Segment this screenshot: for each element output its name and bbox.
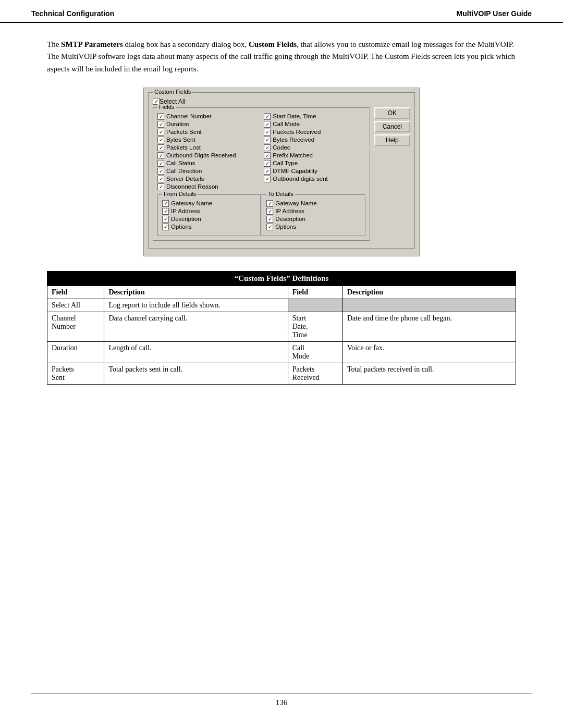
- field-item-packets-sent: Packets Sent: [157, 129, 259, 135]
- label-codec: Codec: [273, 144, 290, 151]
- checkbox-packets-lost[interactable]: [157, 144, 164, 151]
- label-call-direction: Call Direction: [166, 168, 202, 174]
- table-container: “Custom Fields” Definitions Field Descri…: [47, 271, 516, 385]
- field-item-server-details: Server Details: [157, 176, 259, 182]
- from-details-items: Gateway Name IP Address: [162, 200, 256, 230]
- checkbox-duration[interactable]: [157, 121, 164, 128]
- field-item-prefix-matched: Prefix Matched: [264, 152, 365, 159]
- table-row: PacketsSent Total packets sent in call. …: [47, 363, 516, 384]
- checkbox-to-description[interactable]: [266, 216, 273, 223]
- field-item-outbound-digits: Outbound Digits Received: [157, 152, 259, 159]
- table-title-row: “Custom Fields” Definitions: [47, 271, 516, 286]
- footer-line: [31, 694, 532, 694]
- from-gateway-name: Gateway Name: [162, 200, 256, 207]
- intro-paragraph: The SMTP Parameters dialog box has a sec…: [47, 39, 516, 75]
- help-button[interactable]: Help: [374, 134, 410, 146]
- label-call-type: Call Type: [273, 160, 298, 166]
- checkbox-call-mode[interactable]: [264, 121, 271, 128]
- select-all-row: Select All: [153, 98, 410, 105]
- to-options: Options: [266, 224, 360, 230]
- field-item-duration: Duration: [157, 121, 259, 128]
- fields-label: Fields: [157, 104, 176, 110]
- checkbox-call-direction[interactable]: [157, 168, 164, 175]
- checkbox-packets-sent[interactable]: [157, 129, 164, 135]
- header-left: Technical Configuration: [31, 9, 114, 18]
- checkbox-server-details[interactable]: [157, 176, 164, 182]
- checkbox-channel-number[interactable]: [157, 113, 164, 120]
- checkbox-outbound-digits[interactable]: [157, 152, 164, 159]
- custom-fields-bold: Custom Fields: [249, 40, 297, 48]
- cancel-button[interactable]: Cancel: [374, 121, 410, 132]
- label-packets-lost: Packets Lost: [166, 144, 201, 151]
- label-outbound-digits-sent: Outbound digits sent: [273, 176, 328, 182]
- checkbox-packets-received[interactable]: [264, 129, 271, 135]
- col3-header: Field: [288, 286, 342, 299]
- desc2-start-date: Date and time the phone call began.: [342, 312, 516, 341]
- table-row: Select All Log report to include all fie…: [47, 299, 516, 312]
- label-start-date: Start Date, Time: [273, 113, 316, 119]
- custom-fields-section: Custom Fields Select All Fields: [148, 92, 415, 249]
- checkbox-to-options[interactable]: [266, 224, 273, 230]
- desc1-packets-sent: Total packets sent in call.: [104, 363, 288, 384]
- checkbox-bytes-received[interactable]: [264, 137, 271, 143]
- fields-grid: Channel Number Start Date, Time Duration: [157, 113, 365, 190]
- checkbox-call-type[interactable]: [264, 160, 271, 167]
- label-server-details: Server Details: [166, 176, 204, 182]
- checkbox-codec[interactable]: [264, 144, 271, 151]
- label-from-options: Options: [171, 224, 192, 230]
- desc2-empty: [342, 299, 516, 312]
- desc1-channel: Data channel carrying call.: [104, 312, 288, 341]
- checkbox-from-gateway[interactable]: [162, 200, 169, 207]
- label-to-ip: IP Address: [275, 208, 304, 214]
- to-details-items: Gateway Name IP Address: [266, 200, 360, 230]
- checkbox-disconnect-reason[interactable]: [157, 183, 164, 190]
- table-row: Duration Length of call. CallMode Voice …: [47, 341, 516, 363]
- header-right: MultiVOIP User Guide: [457, 9, 532, 18]
- field-item-call-direction: Call Direction: [157, 168, 259, 175]
- label-bytes-sent: Bytes Sent: [166, 137, 195, 143]
- dialog-top-row: Fields Channel Number St: [153, 107, 410, 244]
- label-duration: Duration: [166, 121, 189, 127]
- field-item-codec: Codec: [264, 144, 365, 151]
- desc1-duration: Length of call.: [104, 341, 288, 363]
- checkbox-dtmf[interactable]: [264, 168, 271, 175]
- checkbox-outbound-digits-sent[interactable]: [264, 176, 271, 182]
- col2-header: Description: [104, 286, 288, 299]
- field-item-bytes-sent: Bytes Sent: [157, 137, 259, 143]
- label-prefix-matched: Prefix Matched: [273, 152, 313, 158]
- field-item-packets-lost: Packets Lost: [157, 144, 259, 151]
- dialog-container: Custom Fields Select All Fields: [47, 88, 516, 256]
- field-item-bytes-received: Bytes Received: [264, 137, 365, 143]
- label-call-mode: Call Mode: [273, 121, 300, 127]
- field-item-outbound-digits-sent: Outbound digits sent: [264, 176, 365, 182]
- to-details-label: To Details: [266, 191, 295, 197]
- checkbox-from-ip[interactable]: [162, 208, 169, 215]
- checkbox-start-date[interactable]: [264, 113, 271, 120]
- dialog-box: Custom Fields Select All Fields: [143, 88, 420, 256]
- ok-button[interactable]: OK: [374, 107, 410, 119]
- label-to-gateway: Gateway Name: [275, 200, 316, 206]
- label-channel-number: Channel Number: [166, 113, 212, 119]
- checkbox-bytes-sent[interactable]: [157, 137, 164, 143]
- checkbox-prefix-matched[interactable]: [264, 152, 271, 159]
- page-number: 136: [276, 698, 288, 707]
- table-title: “Custom Fields” Definitions: [47, 271, 516, 286]
- field1-channel: ChannelNumber: [47, 312, 104, 341]
- dialog-buttons: OK Cancel Help: [374, 107, 410, 146]
- dialog-main-area: Fields Channel Number St: [153, 107, 370, 244]
- label-from-description: Description: [171, 216, 201, 222]
- checkbox-from-description[interactable]: [162, 216, 169, 223]
- checkbox-to-ip[interactable]: [266, 208, 273, 215]
- label-packets-received: Packets Received: [273, 129, 321, 135]
- checkbox-from-options[interactable]: [162, 224, 169, 230]
- field-item-start-date: Start Date, Time: [264, 113, 365, 120]
- label-from-ip: IP Address: [171, 208, 200, 214]
- main-content: The SMTP Parameters dialog box has a sec…: [0, 39, 563, 385]
- label-bytes-received: Bytes Received: [273, 137, 314, 143]
- checkbox-call-status[interactable]: [157, 160, 164, 167]
- col1-header: Field: [47, 286, 104, 299]
- table-row: ChannelNumber Data channel carrying call…: [47, 312, 516, 341]
- field1-select-all: Select All: [47, 299, 104, 312]
- checkbox-to-gateway[interactable]: [266, 200, 273, 207]
- field2-start-date: StartDate,Time: [288, 312, 342, 341]
